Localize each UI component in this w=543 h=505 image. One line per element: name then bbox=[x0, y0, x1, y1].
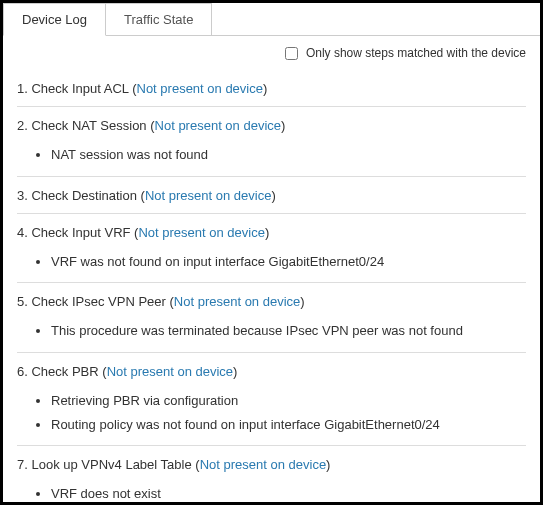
step-name: Check NAT Session bbox=[31, 118, 146, 133]
not-present-link[interactable]: Not present on device bbox=[138, 225, 264, 240]
step: 1. Check Input ACL (Not present on devic… bbox=[17, 70, 526, 107]
step-list: 1. Check Input ACL (Not present on devic… bbox=[3, 66, 540, 505]
step-details: VRF was not found on input interface Gig… bbox=[17, 242, 526, 274]
step-title: 5. Check IPsec VPN Peer (Not present on … bbox=[17, 293, 526, 311]
not-present-link[interactable]: Not present on device bbox=[137, 81, 263, 96]
not-present-link[interactable]: Not present on device bbox=[107, 364, 233, 379]
not-present-link[interactable]: Not present on device bbox=[155, 118, 281, 133]
step-name: Check PBR bbox=[31, 364, 98, 379]
step-name: Check Destination bbox=[31, 188, 137, 203]
step-number: 5 bbox=[17, 294, 24, 309]
step-details: This procedure was terminated because IP… bbox=[17, 311, 526, 343]
step-detail-item: VRF does not exist bbox=[51, 482, 526, 505]
step: 4. Check Input VRF (Not present on devic… bbox=[17, 214, 526, 283]
step-number: 2 bbox=[17, 118, 24, 133]
not-present-link[interactable]: Not present on device bbox=[174, 294, 300, 309]
not-present-link[interactable]: Not present on device bbox=[145, 188, 271, 203]
step-name: Look up VPNv4 Label Table bbox=[31, 457, 191, 472]
step: 6. Check PBR (Not present on device)Retr… bbox=[17, 353, 526, 447]
step-number: 3 bbox=[17, 188, 24, 203]
filter-label: Only show steps matched with the device bbox=[306, 46, 526, 60]
step: 3. Check Destination (Not present on dev… bbox=[17, 177, 526, 214]
step: 2. Check NAT Session (Not present on dev… bbox=[17, 107, 526, 176]
not-present-link[interactable]: Not present on device bbox=[200, 457, 326, 472]
step-details: Retrieving PBR via configurationRouting … bbox=[17, 381, 526, 437]
step-name: Check IPsec VPN Peer bbox=[31, 294, 165, 309]
step-detail-item: Routing policy was not found on input in… bbox=[51, 413, 526, 437]
step-title: 6. Check PBR (Not present on device) bbox=[17, 363, 526, 381]
step-title: 1. Check Input ACL (Not present on devic… bbox=[17, 80, 526, 98]
step-number: 7 bbox=[17, 457, 24, 472]
step-number: 1 bbox=[17, 81, 24, 96]
step-detail-item: Retrieving PBR via configuration bbox=[51, 389, 526, 413]
step-details: NAT session was not found bbox=[17, 135, 526, 167]
step-title: 4. Check Input VRF (Not present on devic… bbox=[17, 224, 526, 242]
tab-traffic-state[interactable]: Traffic State bbox=[106, 3, 212, 35]
step-name: Check Input VRF bbox=[31, 225, 130, 240]
step-details: VRF does not exist bbox=[17, 474, 526, 505]
step-number: 6 bbox=[17, 364, 24, 379]
filter-checkbox[interactable] bbox=[285, 47, 298, 60]
tab-device-log[interactable]: Device Log bbox=[3, 3, 106, 36]
step: 7. Look up VPNv4 Label Table (Not presen… bbox=[17, 446, 526, 505]
step-name: Check Input ACL bbox=[31, 81, 128, 96]
step-title: 3. Check Destination (Not present on dev… bbox=[17, 187, 526, 205]
step-number: 4 bbox=[17, 225, 24, 240]
step-detail-item: VRF was not found on input interface Gig… bbox=[51, 250, 526, 274]
step-detail-item: This procedure was terminated because IP… bbox=[51, 319, 526, 343]
tab-bar: Device Log Traffic State bbox=[3, 3, 540, 36]
filter-row: Only show steps matched with the device bbox=[3, 36, 540, 66]
step: 5. Check IPsec VPN Peer (Not present on … bbox=[17, 283, 526, 352]
step-title: 2. Check NAT Session (Not present on dev… bbox=[17, 117, 526, 135]
step-title: 7. Look up VPNv4 Label Table (Not presen… bbox=[17, 456, 526, 474]
step-detail-item: NAT session was not found bbox=[51, 143, 526, 167]
